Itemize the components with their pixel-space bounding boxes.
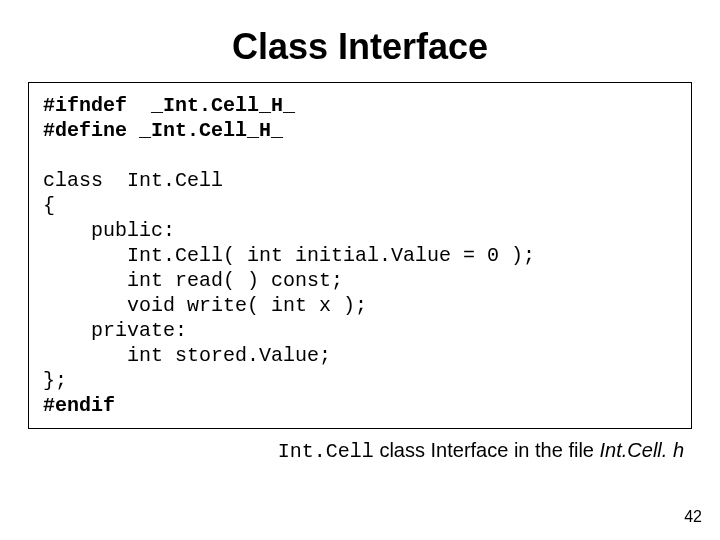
- page-number: 42: [684, 508, 702, 526]
- code-blank-1: [43, 144, 55, 167]
- code-block: #ifndef _Int.Cell_H_ #define _Int.Cell_H…: [43, 93, 677, 418]
- caption-filename: Int.Cell. h: [600, 439, 684, 461]
- code-line-1b: _Int.Cell_H_: [151, 94, 295, 117]
- code-line-3: class Int.Cell: [43, 169, 223, 192]
- slide: Class Interface #ifndef _Int.Cell_H_ #de…: [0, 0, 720, 540]
- code-line-7: int read( ) const;: [43, 269, 343, 292]
- code-line-8: void write( int x );: [43, 294, 367, 317]
- code-line-10: int stored.Value;: [43, 344, 331, 367]
- code-line-11: };: [43, 369, 67, 392]
- code-line-5: public:: [43, 219, 175, 242]
- code-line-4: {: [43, 194, 55, 217]
- slide-title: Class Interface: [0, 0, 720, 82]
- code-line-9: private:: [43, 319, 187, 342]
- code-line-2a: #define: [43, 119, 139, 142]
- code-line-1a: #ifndef: [43, 94, 151, 117]
- code-box: #ifndef _Int.Cell_H_ #define _Int.Cell_H…: [28, 82, 692, 429]
- caption: Int.Cell class Interface in the file Int…: [0, 439, 684, 463]
- caption-text: class Interface in the file: [374, 439, 600, 461]
- code-line-6: Int.Cell( int initial.Value = 0 );: [43, 244, 535, 267]
- caption-classname: Int.Cell: [278, 440, 374, 463]
- code-line-12: #endif: [43, 394, 115, 417]
- code-line-2b: _Int.Cell_H_: [139, 119, 283, 142]
